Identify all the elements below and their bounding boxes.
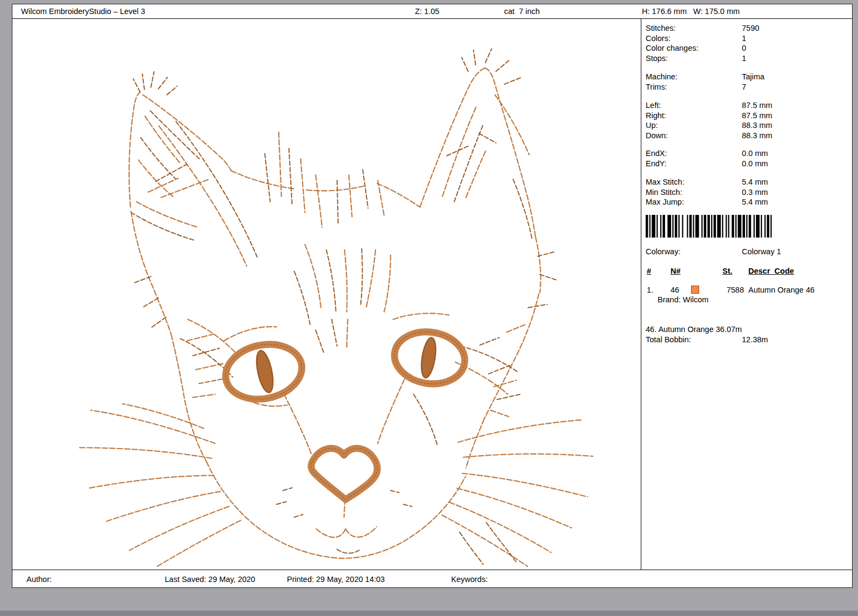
stat-label: EndX: [646,148,742,159]
stat-value: 88.3 mm [742,120,772,131]
col-header-num: # [647,266,651,276]
stat-label: Trims: [646,82,742,92]
stat-label: Colors: [646,33,742,44]
bobbin-row: Total Bobbin: 12.38m [646,335,847,345]
stat-label: Max Jump: [646,197,742,207]
stat-label: Right: [646,111,742,121]
zoom-level: Z: 1.05 [415,7,439,16]
stat-row: Color changes:0 [646,43,847,53]
stat-row: Left:87.5 mm [646,100,847,111]
thread-row-st: 7588 [716,285,744,295]
app-title: Wilcom EmbroideryStudio – Level 3 [21,7,145,16]
stat-row: EndY:0.0 mm [646,159,847,169]
colorway-label: Colorway: [646,247,742,257]
stat-value: 88.3 mm [742,131,772,141]
stat-row: Max Stitch:5.4 mm [646,177,847,187]
stats-group-extents: Left:87.5 mm Right:87.5 mm Up:88.3 mm Do… [646,100,847,140]
stats-group-counts: Stitches:7590 Colors:1 Color changes:0 S… [646,23,847,63]
stat-label: Machine: [646,72,742,82]
stat-row: Machine:Tajima [646,72,847,82]
stat-value: 87.5 mm [742,100,772,111]
right-eye [391,327,468,389]
stat-label: Min Stitch: [646,187,742,198]
stat-label: Stitches: [646,23,742,33]
left-eye [220,337,307,406]
bobbin-label: Total Bobbin: [646,335,742,345]
barcode-svg [646,215,775,238]
stats-panel: Stitches:7590 Colors:1 Color changes:0 S… [641,19,852,570]
stat-row: Stitches:7590 [646,23,847,33]
colorway-value: Colorway 1 [742,247,781,257]
colorway-row: Colorway: Colorway 1 [646,247,847,257]
thread-row-descr: Autumn Orange 46 [748,285,815,295]
design-canvas [12,19,641,570]
col-header-descr: Descr_Code [748,266,794,276]
thread-row-n: 46 [671,285,679,295]
cat-embroidery-design [12,19,641,570]
color-swatch [691,286,699,294]
barcode [646,215,775,238]
stat-row: Stops:1 [646,53,847,64]
keywords-label: Keywords: [451,575,488,584]
stat-label: Up: [646,120,742,131]
print-preview-page: Wilcom EmbroideryStudio – Level 3 Z: 1.0… [12,4,853,588]
stat-value: 1 [742,53,746,64]
last-saved-label: Last Saved: 29 May, 2020 [165,575,255,584]
stat-value: 1 [742,33,746,44]
stat-value: 5.4 mm [742,197,768,207]
stat-value: Tajima [742,72,765,82]
stat-row: Colors:1 [646,33,847,44]
stat-value: 87.5 mm [742,111,772,121]
stat-row: Down:88.3 mm [646,131,847,141]
stats-group-end: EndX:0.0 mm EndY:0.0 mm [646,148,847,168]
nose [311,449,378,500]
preview-footer: Author: Last Saved: 29 May, 2020 Printed… [12,570,852,587]
preview-header: Wilcom EmbroideryStudio – Level 3 Z: 1.0… [12,4,852,19]
stat-value: 0 [742,43,746,53]
stat-value: 0.0 mm [742,159,768,169]
stat-label: Color changes: [646,43,742,53]
stat-value: 5.4 mm [742,177,768,187]
stat-row: Min Stitch:0.3 mm [646,187,847,198]
stats-group-machine: Machine:Tajima Trims:7 [646,72,847,92]
thread-usage: 46. Autumn Orange 36.07m [646,324,847,335]
stat-label: EndY: [646,159,742,169]
stats-group-stitchlen: Max Stitch:5.4 mm Min Stitch:0.3 mm Max … [646,177,847,207]
thread-brand: Brand: Wilcom [658,295,708,305]
stat-value: 0.0 mm [742,148,768,159]
bobbin-value: 12.38m [742,335,768,345]
col-header-st: St. [722,266,733,276]
design-dimensions: H: 176.6 mm W: 175.0 mm [642,7,740,16]
author-label: Author: [26,575,52,584]
thread-row-num: 1. [647,285,653,295]
stat-label: Down: [646,131,742,141]
stat-value: 0.3 mm [742,187,768,198]
stat-label: Left: [646,100,742,111]
stat-label: Stops: [646,53,742,64]
stat-row: Max Jump:5.4 mm [646,197,847,207]
window-edge [0,611,858,616]
stat-row: EndX:0.0 mm [646,148,847,159]
stat-value: 7590 [742,23,759,33]
stat-row: Right:87.5 mm [646,111,847,121]
design-name: cat 7 inch [504,7,540,16]
col-header-n: N# [671,266,681,276]
stat-label: Max Stitch: [646,177,742,187]
stat-row: Trims:7 [646,82,847,92]
printed-label: Printed: 29 May, 2020 14:03 [287,575,385,584]
thread-table: # N# St. Descr_Code 1. 46 7588 Autumn Or… [646,266,847,315]
stat-value: 7 [742,82,746,92]
stat-row: Up:88.3 mm [646,120,847,131]
